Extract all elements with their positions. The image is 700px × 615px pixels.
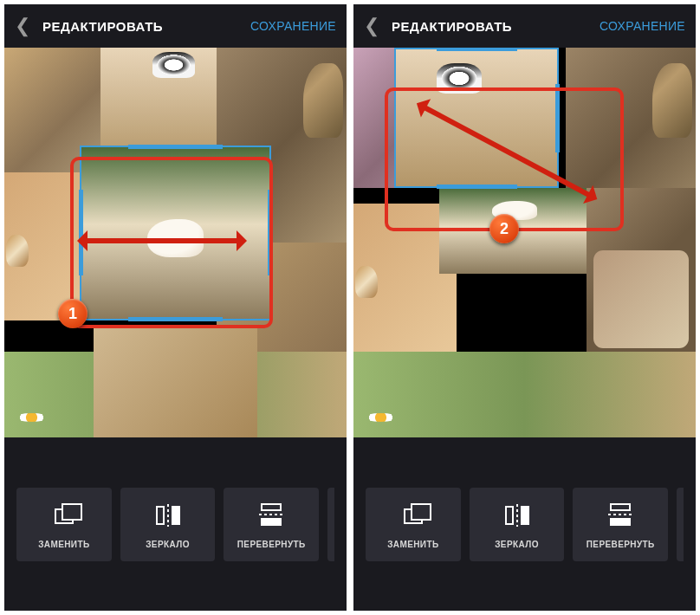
header-title: РЕДАКТИРОВАТЬ (392, 19, 600, 34)
collage-canvas[interactable]: 2 (353, 48, 696, 437)
dogs-subject (152, 52, 195, 78)
replace-icon (400, 503, 426, 528)
resize-handle-right[interactable] (555, 84, 560, 152)
resize-handle-bottom[interactable] (128, 317, 223, 321)
tool-mirror[interactable]: ЗЕРКАЛО (120, 488, 216, 561)
guinea-pig-subject (355, 266, 378, 299)
resize-handle-bottom[interactable] (437, 184, 517, 189)
tool-flip[interactable]: ПЕРЕВЕРНУТЬ (224, 488, 319, 561)
editor-header: ❮ РЕДАКТИРОВАТЬ СОХРАНЕНИЕ (353, 4, 696, 48)
mirror-icon (504, 503, 530, 528)
cat-subject (652, 63, 691, 138)
collage-cell-rabbit[interactable] (439, 188, 590, 274)
screen-right: ❮ РЕДАКТИРОВАТЬ СОХРАНЕНИЕ (353, 4, 696, 611)
dogs-subject (437, 63, 482, 94)
flower-subject (15, 413, 49, 422)
tool-overflow[interactable] (677, 488, 684, 561)
save-button[interactable]: СОХРАНЕНИЕ (600, 19, 685, 33)
tools-row: ЗАМЕНИТЬ ЗЕРКАЛО ПЕРЕВЕРНУТЬ (4, 488, 347, 561)
horizontal-arrow-icon (84, 238, 240, 243)
flip-icon (607, 503, 633, 528)
mirror-icon (155, 503, 181, 528)
tool-flip[interactable]: ПЕРЕВЕРНУТЬ (573, 488, 668, 561)
collage-cell[interactable] (94, 328, 258, 437)
tool-mirror[interactable]: ЗЕРКАЛО (470, 488, 565, 561)
cat-subject (303, 63, 342, 138)
collage-cell-kittens[interactable] (593, 250, 690, 348)
tool-replace[interactable]: ЗАМЕНИТЬ (16, 488, 112, 561)
tools-panel: ЗАМЕНИТЬ ЗЕРКАЛО ПЕРЕВЕРНУТЬ (4, 437, 347, 611)
resize-handle-top[interactable] (128, 145, 223, 149)
back-arrow-icon[interactable]: ❮ (364, 15, 379, 37)
tools-panel: ЗАМЕНИТЬ ЗЕРКАЛО ПЕРЕВЕРНУТЬ (353, 437, 696, 611)
tool-replace[interactable]: ЗАМЕНИТЬ (366, 488, 461, 561)
flower-subject (364, 413, 399, 422)
tool-label: ЗАМЕНИТЬ (387, 540, 438, 549)
back-arrow-icon[interactable]: ❮ (15, 15, 30, 37)
header-title: РЕДАКТИРОВАТЬ (42, 19, 250, 34)
collage-cell[interactable] (353, 352, 696, 437)
screen-left: ❮ РЕДАКТИРОВАТЬ СОХРАНЕНИЕ (4, 4, 347, 611)
save-button[interactable]: СОХРАНЕНИЕ (250, 19, 336, 33)
flip-icon (258, 503, 284, 528)
tool-label: ПЕРЕВЕРНУТЬ (237, 540, 306, 549)
collage-canvas[interactable]: 1 (4, 48, 347, 437)
tool-label: ПЕРЕВЕРНУТЬ (587, 540, 655, 549)
resize-handle-top[interactable] (437, 48, 517, 51)
replace-icon (51, 503, 77, 528)
rabbit-subject (492, 201, 537, 220)
editor-header: ❮ РЕДАКТИРОВАТЬ СОХРАНЕНИЕ (4, 4, 347, 48)
resize-handle-right[interactable] (268, 190, 272, 275)
tool-label: ЗЕРКАЛО (495, 540, 539, 549)
tools-row: ЗАМЕНИТЬ ЗЕРКАЛО ПЕРЕВЕРНУТЬ (353, 488, 696, 561)
tool-label: ЗЕРКАЛО (146, 540, 190, 549)
tool-label: ЗАМЕНИТЬ (38, 540, 89, 549)
guinea-pig-subject (6, 235, 29, 268)
tool-overflow[interactable] (327, 488, 334, 561)
